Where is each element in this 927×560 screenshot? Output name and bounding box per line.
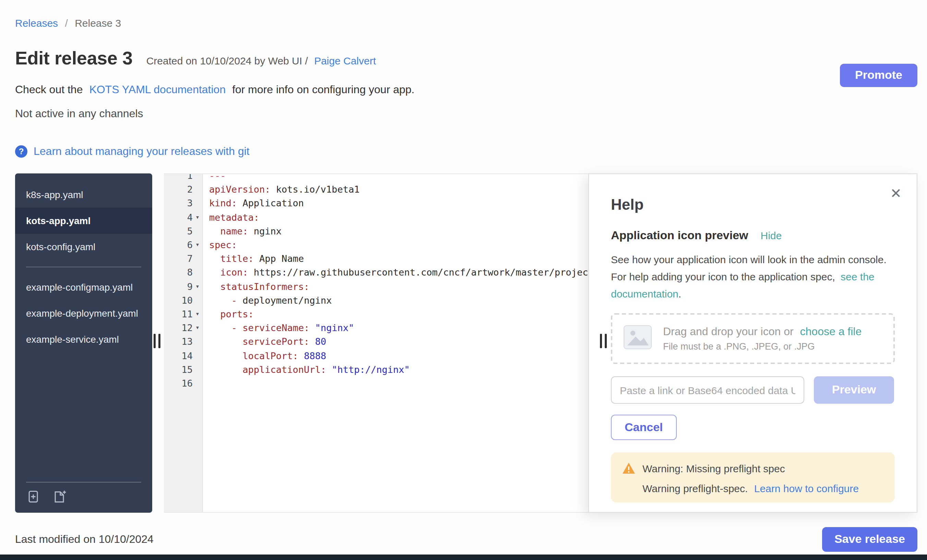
last-modified-text: Last modified on 10/10/2024 [15,533,153,546]
hide-link[interactable]: Hide [761,230,782,241]
fold-arrow-icon[interactable]: ▾ [193,321,202,334]
created-text: Created on 10/10/2024 by Web UI / [146,55,308,67]
sidebar-footer [26,482,141,504]
breadcrumb-separator: / [65,17,68,29]
line-number: 9 [187,279,193,293]
code-line: 16 [164,376,588,390]
kots-yaml-docs-link[interactable]: KOTS YAML documentation [89,83,226,95]
fold-arrow-icon[interactable]: ▾ [193,238,202,252]
dropzone-line1: Drag and drop your icon or [663,326,794,337]
image-placeholder-icon [623,325,652,352]
code-editor[interactable]: 1---2apiVersion: kots.io/v1beta13kind: A… [164,173,588,513]
line-number: 13 [181,335,193,349]
release-editor-panels: k8s-app.yamlkots-app.yamlkots-config.yam… [15,173,917,513]
code-lines: 1---2apiVersion: kots.io/v1beta13kind: A… [164,173,588,390]
line-number: 5 [187,224,193,238]
page-title: Edit release 3 [15,48,133,69]
help-circle-icon: ? [15,145,27,158]
fold-arrow-spacer [193,376,202,390]
code-line: 15 applicationUrl: "http://nginx" [164,363,588,376]
line-number: 8 [187,266,193,279]
line-number: 7 [187,252,193,265]
save-release-button[interactable]: Save release [822,527,917,552]
line-number: 1 [187,173,193,182]
created-info: Created on 10/10/2024 by Web UI / Paige … [146,55,376,67]
sidebar-file-item[interactable]: example-configmap.yaml [15,274,152,300]
fold-arrow-spacer [193,363,202,376]
dropzone-file-types: File must be a .PNG, .JPEG, or .JPG [663,341,862,352]
code-line: 3kind: Application [164,196,588,210]
code-line: 5 name: nginx [164,224,588,238]
sidebar-resize-handle[interactable] [153,334,160,348]
code-line: 7 title: App Name [164,252,588,265]
docs-hint-suffix: for more info on configuring your app. [232,83,415,95]
channel-status: Not active in any channels [15,108,917,123]
sidebar-file-item[interactable]: kots-app.yaml [15,208,152,234]
line-number: 6 [187,238,193,252]
code-line: 1--- [164,173,588,182]
sidebar-file-item[interactable]: example-service.yaml [15,326,152,352]
line-number: 11 [181,307,193,321]
breadcrumb-current: Release 3 [75,17,121,29]
icon-preview-description: See how your application icon will look … [611,251,895,302]
author-link[interactable]: Paige Calvert [314,55,376,67]
file-group-examples: example-configmap.yamlexample-deployment… [15,274,152,352]
fold-arrow-spacer [193,293,202,307]
line-number: 3 [187,196,193,210]
warning-title: Warning: Missing preflight spec [643,462,785,474]
preflight-warning-box: Warning: Missing preflight spec Warning … [611,452,895,502]
close-icon[interactable]: ✕ [890,187,902,200]
sidebar-file-item[interactable]: kots-config.yaml [15,234,152,260]
description-period: . [678,288,681,299]
docs-hint: Check out the KOTS YAML documentation fo… [15,83,917,99]
sidebar-file-item[interactable]: example-deployment.yaml [15,300,152,326]
choose-file-link[interactable]: choose a file [800,326,862,337]
line-number: 10 [181,293,193,307]
code-line: 8 icon: https://raw.githubusercontent.co… [164,266,588,279]
git-releases-help-link[interactable]: Learn about managing your releases with … [33,145,249,158]
fold-arrow-spacer [193,173,202,182]
code-line: 10 - deployment/nginx [164,293,588,307]
dropzone-text: Drag and drop your icon or choose a file… [663,326,862,352]
help-panel: ✕ Help Application icon preview Hide See… [588,173,917,513]
warning-icon [622,462,635,474]
code-line: 11▾ ports: [164,307,588,321]
warning-detail: Warning preflight-spec. [643,483,748,494]
line-number: 14 [181,349,193,362]
fold-arrow-spacer [193,182,202,196]
docs-hint-prefix: Check out the [15,83,83,95]
icon-dropzone[interactable]: Drag and drop your icon or choose a file… [611,313,895,364]
breadcrumb: Releases / Release 3 [15,17,917,29]
code-line: 13 servicePort: 80 [164,335,588,349]
fold-arrow-spacer [193,224,202,238]
line-number: 15 [181,363,193,376]
fold-arrow-icon[interactable]: ▾ [193,307,202,321]
code-line: 4▾metadata: [164,210,588,224]
fold-arrow-spacer [193,196,202,210]
breadcrumb-releases-link[interactable]: Releases [15,17,58,29]
sidebar-file-item[interactable]: k8s-app.yaml [15,182,152,208]
help-resize-handle[interactable] [600,334,607,348]
line-number: 12 [181,321,193,334]
line-number: 4 [187,210,193,224]
window-bottom-edge [0,554,927,560]
fold-arrow-spacer [193,335,202,349]
code-line: 6▾spec: [164,238,588,252]
edit-release-page: Releases / Release 3 Edit release 3 Crea… [0,0,927,554]
configure-preflight-link[interactable]: Learn how to configure [754,483,859,494]
code-line: 9▾ statusInformers: [164,279,588,293]
icon-url-input[interactable] [611,376,804,404]
preview-button[interactable]: Preview [814,376,894,404]
icon-preview-section-title: Application icon preview [611,229,748,243]
cancel-button[interactable]: Cancel [611,415,677,440]
sidebar-divider [26,267,141,267]
fold-arrow-icon[interactable]: ▾ [193,279,202,293]
new-file-icon[interactable] [52,489,67,504]
code-line: 14 localPort: 8888 [164,349,588,362]
line-number: 16 [181,376,193,390]
line-number: 2 [187,182,193,196]
add-file-icon[interactable] [26,489,41,504]
fold-arrow-icon[interactable]: ▾ [193,210,202,224]
help-panel-title: Help [611,196,899,214]
promote-button[interactable]: Promote [840,64,917,87]
